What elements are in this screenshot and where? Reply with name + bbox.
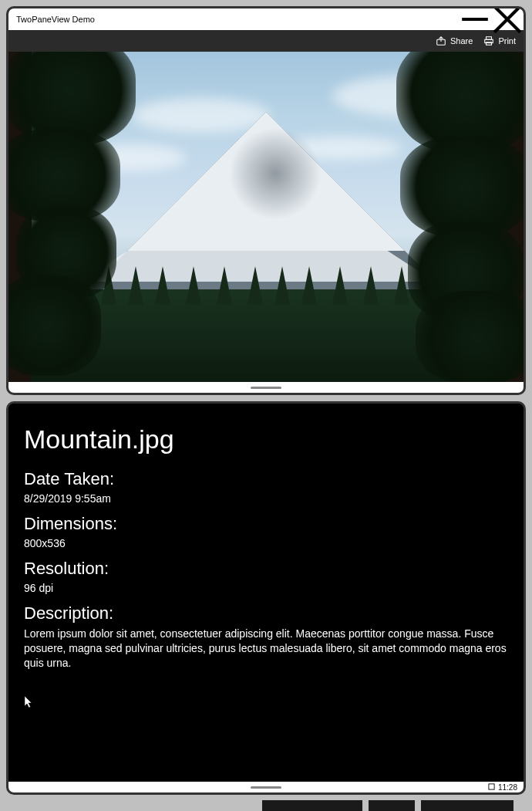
drag-handle-icon[interactable] bbox=[251, 387, 281, 389]
dimensions-value: 800x536 bbox=[24, 537, 508, 549]
date-taken-label: Date Taken: bbox=[24, 469, 508, 489]
system-bar: 11:28 bbox=[8, 782, 524, 792]
svg-rect-4 bbox=[487, 37, 492, 40]
taskbar-fragment bbox=[262, 800, 524, 811]
print-button[interactable]: Print bbox=[483, 35, 516, 46]
file-name-heading: Mountain.jpg bbox=[24, 424, 508, 455]
mountain-photo bbox=[8, 52, 524, 382]
image-viewport[interactable] bbox=[8, 52, 524, 382]
svg-rect-7 bbox=[489, 783, 494, 789]
top-pane-home-strip bbox=[8, 382, 524, 393]
notification-icon[interactable] bbox=[488, 783, 495, 792]
close-button[interactable] bbox=[491, 8, 524, 30]
bottom-pane-frame: Mountain.jpg Date Taken: 8/29/2019 9:55a… bbox=[6, 401, 526, 795]
print-icon bbox=[483, 35, 494, 46]
share-icon bbox=[436, 35, 446, 46]
share-label: Share bbox=[450, 36, 473, 46]
drag-handle-icon[interactable] bbox=[251, 786, 281, 789]
print-label: Print bbox=[498, 36, 516, 46]
command-bar: Share Print bbox=[8, 30, 524, 52]
resolution-label: Resolution: bbox=[24, 559, 508, 579]
share-button[interactable]: Share bbox=[436, 35, 473, 46]
system-clock[interactable]: 11:28 bbox=[498, 783, 517, 792]
dimensions-label: Dimensions: bbox=[24, 514, 508, 534]
details-panel: Mountain.jpg Date Taken: 8/29/2019 9:55a… bbox=[8, 404, 524, 792]
resolution-value: 96 dpi bbox=[24, 582, 508, 594]
description-value: Lorem ipsum dolor sit amet, consectetuer… bbox=[24, 627, 508, 671]
top-pane-frame: TwoPaneView Demo Share bbox=[6, 6, 526, 395]
description-label: Description: bbox=[24, 603, 508, 623]
date-taken-value: 8/29/2019 9:55am bbox=[24, 492, 508, 505]
window-title: TwoPaneView Demo bbox=[16, 15, 95, 24]
window-controls bbox=[459, 8, 524, 30]
window-titlebar: TwoPaneView Demo bbox=[8, 8, 524, 30]
minimize-button[interactable] bbox=[459, 8, 491, 30]
